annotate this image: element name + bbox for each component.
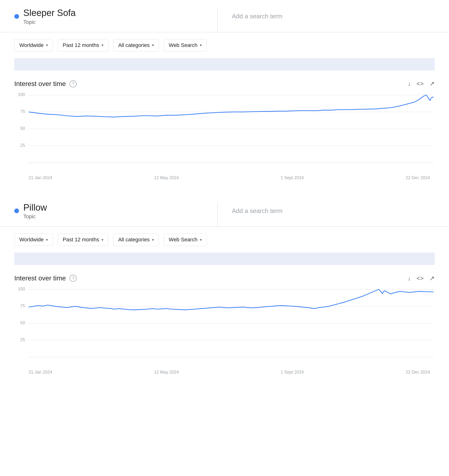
chevron-category-1: ▾ bbox=[152, 43, 154, 47]
filter-category-1[interactable]: All categories ▾ bbox=[113, 39, 159, 51]
add-search-term-2[interactable]: Add a search term bbox=[232, 207, 282, 215]
chevron-search-type-2: ▾ bbox=[200, 238, 202, 242]
term-name-2: Pillow bbox=[23, 202, 47, 213]
section-2: Pillow Topic Add a search term Worldwide… bbox=[0, 195, 449, 375]
chart-svg-1: 100 75 50 25 bbox=[14, 92, 435, 173]
x-label-dec-1: 22 Dec 2024 bbox=[406, 175, 430, 180]
chevron-location-1: ▾ bbox=[46, 43, 48, 47]
y-label-100-1: 100 bbox=[18, 92, 25, 97]
filter-bar-1: Worldwide ▾ Past 12 months ▾ All categor… bbox=[0, 32, 449, 58]
term-right-1: Add a search term bbox=[218, 8, 435, 32]
x-label-sept-1: 1 Sept 2024 bbox=[281, 175, 304, 180]
trend-line-2 bbox=[28, 289, 433, 310]
embed-icon-2[interactable]: <> bbox=[417, 275, 424, 282]
x-label-may-2: 12 May 2024 bbox=[154, 370, 179, 375]
interest-title-row-2: Interest over time ? bbox=[14, 274, 77, 282]
term-info-1: Sleeper Sofa Topic bbox=[23, 8, 76, 25]
embed-icon-1[interactable]: <> bbox=[417, 80, 424, 87]
trend-line-1 bbox=[28, 95, 433, 117]
chart-area-2: 100 75 50 25 bbox=[14, 287, 435, 368]
term-dot-2 bbox=[14, 209, 19, 213]
help-icon-2[interactable]: ? bbox=[70, 275, 77, 282]
highlight-bar-1 bbox=[14, 58, 435, 71]
chart-svg-2: 100 75 50 25 bbox=[14, 287, 435, 368]
filter-search-type-2[interactable]: Web Search ▾ bbox=[164, 233, 207, 246]
interest-section-2: Interest over time ? ↓ <> ↗ 100 75 5 bbox=[0, 265, 449, 375]
filter-category-label-1: All categories bbox=[118, 42, 150, 48]
interest-title-1: Interest over time bbox=[14, 80, 66, 88]
term-header-1: Sleeper Sofa Topic Add a search term bbox=[0, 0, 449, 32]
filter-location-label-1: Worldwide bbox=[19, 42, 44, 48]
chart-x-labels-1: 21 Jan 2024 12 May 2024 1 Sept 2024 22 D… bbox=[14, 173, 435, 180]
section-spacer bbox=[0, 180, 449, 195]
interest-title-row-1: Interest over time ? bbox=[14, 80, 77, 88]
filter-search-type-label-1: Web Search bbox=[169, 42, 197, 48]
filter-location-label-2: Worldwide bbox=[19, 237, 44, 243]
highlight-bar-2 bbox=[14, 253, 435, 265]
term-left-2: Pillow Topic bbox=[14, 202, 217, 227]
chevron-location-2: ▾ bbox=[46, 238, 48, 242]
chart-x-labels-2: 21 Jan 2024 12 May 2024 1 Sept 2024 22 D… bbox=[14, 368, 435, 375]
download-icon-2[interactable]: ↓ bbox=[408, 275, 411, 282]
term-info-2: Pillow Topic bbox=[23, 202, 47, 220]
y-label-75-2: 75 bbox=[20, 303, 25, 309]
chevron-period-1: ▾ bbox=[101, 43, 103, 47]
interest-section-1: Interest over time ? ↓ <> ↗ 100 75 5 bbox=[0, 71, 449, 180]
filter-period-label-2: Past 12 months bbox=[63, 237, 99, 243]
interest-header-1: Interest over time ? ↓ <> ↗ bbox=[14, 80, 435, 88]
interest-header-2: Interest over time ? ↓ <> ↗ bbox=[14, 274, 435, 282]
share-icon-2[interactable]: ↗ bbox=[429, 275, 435, 282]
x-label-jan-1: 21 Jan 2024 bbox=[28, 175, 52, 180]
interest-title-2: Interest over time bbox=[14, 274, 66, 282]
filter-period-label-1: Past 12 months bbox=[63, 42, 99, 48]
filter-category-label-2: All categories bbox=[118, 237, 150, 243]
filter-location-2[interactable]: Worldwide ▾ bbox=[14, 233, 53, 246]
action-icons-1: ↓ <> ↗ bbox=[408, 80, 435, 87]
section-1: Sleeper Sofa Topic Add a search term Wor… bbox=[0, 0, 449, 180]
chevron-period-2: ▾ bbox=[101, 238, 103, 242]
y-label-25-1: 25 bbox=[20, 143, 25, 148]
share-icon-1[interactable]: ↗ bbox=[429, 80, 435, 87]
term-dot-1 bbox=[14, 14, 19, 19]
filter-period-2[interactable]: Past 12 months ▾ bbox=[58, 233, 108, 246]
y-label-25-2: 25 bbox=[20, 337, 25, 342]
download-icon-1[interactable]: ↓ bbox=[408, 80, 411, 87]
action-icons-2: ↓ <> ↗ bbox=[408, 275, 435, 282]
term-right-2: Add a search term bbox=[218, 202, 435, 227]
x-label-dec-2: 22 Dec 2024 bbox=[406, 370, 430, 375]
y-label-75-1: 75 bbox=[20, 109, 25, 114]
y-label-100-2: 100 bbox=[18, 287, 25, 291]
term-header-2: Pillow Topic Add a search term bbox=[0, 195, 449, 227]
term-type-1: Topic bbox=[23, 19, 76, 25]
filter-category-2[interactable]: All categories ▾ bbox=[113, 233, 159, 246]
filter-search-type-label-2: Web Search bbox=[169, 237, 197, 243]
x-label-may-1: 12 May 2024 bbox=[154, 175, 179, 180]
x-label-jan-2: 21 Jan 2024 bbox=[28, 370, 52, 375]
chart-area-1: 100 75 50 25 bbox=[14, 92, 435, 173]
term-name-1: Sleeper Sofa bbox=[23, 8, 76, 19]
add-search-term-1[interactable]: Add a search term bbox=[232, 13, 282, 20]
help-icon-1[interactable]: ? bbox=[70, 80, 77, 87]
filter-location-1[interactable]: Worldwide ▾ bbox=[14, 39, 53, 51]
filter-search-type-1[interactable]: Web Search ▾ bbox=[164, 39, 207, 51]
chevron-search-type-1: ▾ bbox=[200, 43, 202, 47]
filter-period-1[interactable]: Past 12 months ▾ bbox=[58, 39, 108, 51]
y-label-50-2: 50 bbox=[20, 320, 25, 325]
filter-bar-2: Worldwide ▾ Past 12 months ▾ All categor… bbox=[0, 227, 449, 253]
chevron-category-2: ▾ bbox=[152, 238, 154, 242]
y-label-50-1: 50 bbox=[20, 125, 25, 131]
x-label-sept-2: 1 Sept 2024 bbox=[281, 370, 304, 375]
term-left-1: Sleeper Sofa Topic bbox=[14, 8, 217, 32]
term-type-2: Topic bbox=[23, 214, 47, 220]
